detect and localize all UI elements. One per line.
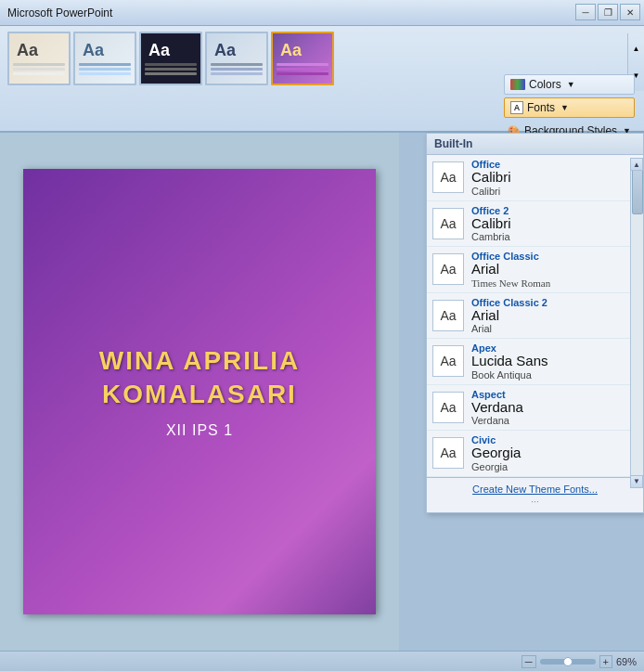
theme-line (211, 72, 263, 75)
theme-line (145, 68, 197, 71)
font-info: Civic Georgia Georgia (471, 434, 521, 472)
font-info: Apex Lucida Sans Book Antiqua (471, 342, 548, 381)
theme-thumbnail-2[interactable] (73, 32, 136, 85)
theme-line (211, 63, 263, 66)
font-list-item[interactable]: Aa Office 2 Calibri Cambria (427, 201, 630, 248)
font-heading-name: Georgia (471, 445, 521, 461)
theme-thumbnail-1[interactable] (7, 32, 71, 85)
status-right: ─ + 69% (522, 655, 637, 668)
fonts-chevron: ▼ (560, 103, 569, 112)
font-preview-box: Aa (432, 208, 464, 239)
colors-icon (510, 79, 525, 90)
minimize-button[interactable]: ─ (575, 4, 596, 20)
close-button[interactable]: ✕ (620, 4, 640, 20)
font-heading-name: Arial (471, 308, 547, 324)
theme-line (79, 63, 131, 66)
status-bar: ─ + 69% (0, 651, 644, 671)
font-body-name: Cambria (471, 231, 511, 242)
theme-grid (13, 63, 65, 80)
font-group-name: Office 2 (471, 205, 511, 216)
theme-line (13, 68, 65, 71)
font-info: Office Classic 2 Arial Arial (471, 297, 547, 335)
ribbon: ▲ ▼ Colors ▼ A Fonts ▼ 🎨 Background Styl… (0, 26, 644, 133)
colors-button[interactable]: Colors ▼ (504, 74, 635, 95)
font-preview-box: Aa (432, 437, 464, 469)
theme-line (145, 63, 197, 66)
dropdown-footer: Create New Theme Fonts... ··· (427, 477, 643, 512)
app-title: Microsoft PowerPoint (7, 6, 112, 19)
theme-grid (277, 63, 328, 80)
font-heading-name: Calibri (471, 216, 511, 232)
theme-grid (79, 63, 131, 80)
font-preview-box: Aa (432, 161, 464, 193)
font-list-item[interactable]: Aa Aspect Verdana Verdana (427, 385, 630, 432)
font-info: Aspect Verdana Verdana (471, 389, 523, 427)
font-list-item[interactable]: Aa Office Calibri Calibri (427, 155, 630, 201)
fonts-button[interactable]: A Fonts ▼ (504, 97, 635, 118)
fonts-label: Fonts (527, 101, 555, 114)
theme-thumbnail-5[interactable] (271, 32, 334, 85)
scrollbar-down-button[interactable]: ▼ (630, 475, 643, 488)
font-heading-name: Calibri (471, 170, 511, 186)
slide-title-line1: WINA APRILIA (99, 346, 300, 375)
theme-line (79, 68, 131, 71)
font-list-item[interactable]: Aa Office Classic 2 Arial Arial (427, 293, 630, 340)
font-heading-name: Arial (471, 262, 550, 277)
restore-button[interactable]: ❐ (598, 4, 618, 20)
zoom-slider-thumb (563, 657, 573, 666)
theme-line (277, 63, 328, 66)
font-body-name: Verdana (471, 415, 523, 426)
zoom-out-button[interactable]: ─ (522, 655, 536, 668)
slide-subtitle: XII IPS 1 (166, 422, 233, 439)
font-list-item[interactable]: Aa Office Classic Arial Times New Roman (427, 247, 630, 293)
theme-grid (145, 63, 197, 80)
theme-thumbnail-4[interactable] (205, 32, 268, 85)
scrollbar-track[interactable]: ▲ ▼ (630, 158, 643, 488)
font-list-item[interactable]: Aa Civic Georgia Georgia (427, 431, 630, 477)
font-body-name: Arial (471, 323, 547, 334)
font-list: Aa Office Calibri Calibri Aa Office 2 Ca… (427, 155, 643, 477)
zoom-percent: 69% (616, 656, 637, 667)
main-area: WINA APRILIA KOMALASARI XII IPS 1 Built-… (0, 133, 644, 651)
slide: WINA APRILIA KOMALASARI XII IPS 1 (23, 169, 376, 614)
window-controls: ─ ❐ ✕ (575, 4, 640, 20)
colors-label: Colors (529, 78, 561, 91)
font-group-name: Aspect (471, 389, 523, 400)
font-heading-name: Lucida Sans (471, 354, 548, 369)
colors-chevron: ▼ (567, 80, 575, 89)
scroll-up-button[interactable]: ▲ (633, 45, 640, 53)
font-info: Office Calibri Calibri (471, 159, 511, 197)
font-info: Office Classic Arial Times New Roman (471, 251, 550, 289)
fonts-dropdown: Built-In ▲ ▼ Aa Office Calibri Calibri A… (426, 133, 644, 513)
title-bar: Microsoft PowerPoint ─ ❐ ✕ (0, 0, 644, 26)
font-info: Office 2 Calibri Cambria (471, 205, 511, 243)
ribbon-right-panel: Colors ▼ A Fonts ▼ 🎨 Background Styles ▼ (504, 74, 635, 141)
fonts-icon: A (510, 101, 523, 114)
font-body-name: Times New Roman (471, 277, 550, 289)
slide-title-line2: KOMALASARI (102, 380, 297, 408)
theme-line (277, 72, 328, 75)
footer-dots: ··· (434, 497, 636, 507)
font-preview-box: Aa (432, 253, 464, 285)
font-body-name: Book Antiqua (471, 369, 548, 381)
font-body-name: Calibri (471, 186, 511, 197)
zoom-controls: ─ + 69% (522, 655, 637, 668)
slide-title: WINA APRILIA KOMALASARI (99, 344, 300, 412)
theme-line (79, 72, 131, 75)
theme-line (13, 72, 65, 75)
font-heading-name: Verdana (471, 400, 523, 416)
font-preview-box: Aa (432, 345, 464, 377)
theme-line (277, 68, 328, 71)
zoom-in-button[interactable]: + (599, 655, 612, 668)
create-new-theme-fonts-link[interactable]: Create New Theme Fonts... (434, 484, 636, 495)
font-preview-box: Aa (432, 392, 464, 423)
font-body-name: Georgia (471, 461, 521, 472)
font-preview-box: Aa (432, 300, 464, 331)
zoom-slider[interactable] (540, 659, 596, 665)
theme-grid (211, 63, 263, 80)
scrollbar-up-button[interactable]: ▲ (630, 158, 643, 171)
theme-thumbnail-3[interactable] (139, 32, 202, 85)
theme-line (145, 72, 197, 75)
font-group-name: Office Classic 2 (471, 297, 547, 308)
font-list-item[interactable]: Aa Apex Lucida Sans Book Antiqua (427, 339, 630, 385)
